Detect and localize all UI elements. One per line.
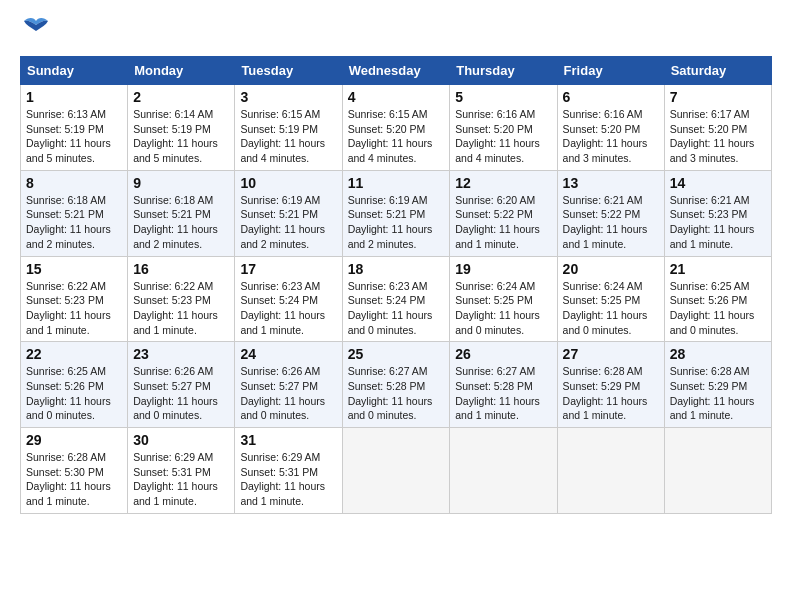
day-number: 3	[240, 89, 336, 105]
day-number: 4	[348, 89, 445, 105]
day-info: Sunrise: 6:24 AMSunset: 5:25 PMDaylight:…	[455, 279, 551, 338]
day-info: Sunrise: 6:21 AMSunset: 5:23 PMDaylight:…	[670, 193, 766, 252]
day-info: Sunrise: 6:13 AMSunset: 5:19 PMDaylight:…	[26, 107, 122, 166]
calendar-cell: 27Sunrise: 6:28 AMSunset: 5:29 PMDayligh…	[557, 342, 664, 428]
day-info: Sunrise: 6:28 AMSunset: 5:29 PMDaylight:…	[563, 364, 659, 423]
day-number: 28	[670, 346, 766, 362]
calendar-cell: 12Sunrise: 6:20 AMSunset: 5:22 PMDayligh…	[450, 170, 557, 256]
calendar-cell: 10Sunrise: 6:19 AMSunset: 5:21 PMDayligh…	[235, 170, 342, 256]
day-info: Sunrise: 6:27 AMSunset: 5:28 PMDaylight:…	[348, 364, 445, 423]
calendar-cell: 3Sunrise: 6:15 AMSunset: 5:19 PMDaylight…	[235, 85, 342, 171]
day-number: 5	[455, 89, 551, 105]
calendar-cell: 9Sunrise: 6:18 AMSunset: 5:21 PMDaylight…	[128, 170, 235, 256]
day-number: 17	[240, 261, 336, 277]
weekday-header-saturday: Saturday	[664, 57, 771, 85]
calendar-cell: 26Sunrise: 6:27 AMSunset: 5:28 PMDayligh…	[450, 342, 557, 428]
day-info: Sunrise: 6:15 AMSunset: 5:20 PMDaylight:…	[348, 107, 445, 166]
calendar-cell: 28Sunrise: 6:28 AMSunset: 5:29 PMDayligh…	[664, 342, 771, 428]
day-number: 24	[240, 346, 336, 362]
calendar-week-row: 1Sunrise: 6:13 AMSunset: 5:19 PMDaylight…	[21, 85, 772, 171]
logo	[20, 20, 50, 46]
calendar-cell: 21Sunrise: 6:25 AMSunset: 5:26 PMDayligh…	[664, 256, 771, 342]
logo-bird-icon	[22, 17, 50, 39]
day-number: 12	[455, 175, 551, 191]
calendar-cell: 5Sunrise: 6:16 AMSunset: 5:20 PMDaylight…	[450, 85, 557, 171]
calendar-cell: 24Sunrise: 6:26 AMSunset: 5:27 PMDayligh…	[235, 342, 342, 428]
calendar-cell: 20Sunrise: 6:24 AMSunset: 5:25 PMDayligh…	[557, 256, 664, 342]
calendar-week-row: 15Sunrise: 6:22 AMSunset: 5:23 PMDayligh…	[21, 256, 772, 342]
day-info: Sunrise: 6:26 AMSunset: 5:27 PMDaylight:…	[133, 364, 229, 423]
calendar-cell: 30Sunrise: 6:29 AMSunset: 5:31 PMDayligh…	[128, 428, 235, 514]
calendar-cell: 14Sunrise: 6:21 AMSunset: 5:23 PMDayligh…	[664, 170, 771, 256]
weekday-header-tuesday: Tuesday	[235, 57, 342, 85]
calendar-cell	[342, 428, 450, 514]
day-number: 16	[133, 261, 229, 277]
day-number: 9	[133, 175, 229, 191]
day-number: 23	[133, 346, 229, 362]
day-info: Sunrise: 6:14 AMSunset: 5:19 PMDaylight:…	[133, 107, 229, 166]
day-number: 15	[26, 261, 122, 277]
day-info: Sunrise: 6:23 AMSunset: 5:24 PMDaylight:…	[240, 279, 336, 338]
day-number: 21	[670, 261, 766, 277]
day-number: 18	[348, 261, 445, 277]
calendar-cell: 18Sunrise: 6:23 AMSunset: 5:24 PMDayligh…	[342, 256, 450, 342]
calendar-cell: 4Sunrise: 6:15 AMSunset: 5:20 PMDaylight…	[342, 85, 450, 171]
calendar-cell	[450, 428, 557, 514]
day-info: Sunrise: 6:25 AMSunset: 5:26 PMDaylight:…	[670, 279, 766, 338]
calendar-header-row: SundayMondayTuesdayWednesdayThursdayFrid…	[21, 57, 772, 85]
day-number: 26	[455, 346, 551, 362]
calendar-week-row: 29Sunrise: 6:28 AMSunset: 5:30 PMDayligh…	[21, 428, 772, 514]
calendar-cell: 15Sunrise: 6:22 AMSunset: 5:23 PMDayligh…	[21, 256, 128, 342]
day-number: 10	[240, 175, 336, 191]
calendar-cell: 1Sunrise: 6:13 AMSunset: 5:19 PMDaylight…	[21, 85, 128, 171]
day-info: Sunrise: 6:16 AMSunset: 5:20 PMDaylight:…	[455, 107, 551, 166]
day-number: 29	[26, 432, 122, 448]
calendar-cell: 7Sunrise: 6:17 AMSunset: 5:20 PMDaylight…	[664, 85, 771, 171]
calendar-cell	[664, 428, 771, 514]
day-info: Sunrise: 6:18 AMSunset: 5:21 PMDaylight:…	[26, 193, 122, 252]
day-number: 31	[240, 432, 336, 448]
day-number: 6	[563, 89, 659, 105]
calendar-cell: 11Sunrise: 6:19 AMSunset: 5:21 PMDayligh…	[342, 170, 450, 256]
day-info: Sunrise: 6:28 AMSunset: 5:30 PMDaylight:…	[26, 450, 122, 509]
day-number: 1	[26, 89, 122, 105]
day-info: Sunrise: 6:25 AMSunset: 5:26 PMDaylight:…	[26, 364, 122, 423]
calendar-cell: 19Sunrise: 6:24 AMSunset: 5:25 PMDayligh…	[450, 256, 557, 342]
day-info: Sunrise: 6:29 AMSunset: 5:31 PMDaylight:…	[240, 450, 336, 509]
day-number: 30	[133, 432, 229, 448]
calendar-cell: 6Sunrise: 6:16 AMSunset: 5:20 PMDaylight…	[557, 85, 664, 171]
day-number: 8	[26, 175, 122, 191]
calendar-table: SundayMondayTuesdayWednesdayThursdayFrid…	[20, 56, 772, 514]
day-info: Sunrise: 6:18 AMSunset: 5:21 PMDaylight:…	[133, 193, 229, 252]
weekday-header-thursday: Thursday	[450, 57, 557, 85]
day-info: Sunrise: 6:15 AMSunset: 5:19 PMDaylight:…	[240, 107, 336, 166]
day-info: Sunrise: 6:22 AMSunset: 5:23 PMDaylight:…	[133, 279, 229, 338]
day-info: Sunrise: 6:26 AMSunset: 5:27 PMDaylight:…	[240, 364, 336, 423]
day-info: Sunrise: 6:29 AMSunset: 5:31 PMDaylight:…	[133, 450, 229, 509]
calendar-cell: 17Sunrise: 6:23 AMSunset: 5:24 PMDayligh…	[235, 256, 342, 342]
day-number: 22	[26, 346, 122, 362]
day-number: 2	[133, 89, 229, 105]
weekday-header-friday: Friday	[557, 57, 664, 85]
calendar-cell: 8Sunrise: 6:18 AMSunset: 5:21 PMDaylight…	[21, 170, 128, 256]
page-header	[20, 20, 772, 46]
day-info: Sunrise: 6:20 AMSunset: 5:22 PMDaylight:…	[455, 193, 551, 252]
calendar-cell: 2Sunrise: 6:14 AMSunset: 5:19 PMDaylight…	[128, 85, 235, 171]
day-info: Sunrise: 6:23 AMSunset: 5:24 PMDaylight:…	[348, 279, 445, 338]
calendar-cell	[557, 428, 664, 514]
calendar-cell: 25Sunrise: 6:27 AMSunset: 5:28 PMDayligh…	[342, 342, 450, 428]
day-info: Sunrise: 6:24 AMSunset: 5:25 PMDaylight:…	[563, 279, 659, 338]
day-number: 19	[455, 261, 551, 277]
day-number: 11	[348, 175, 445, 191]
day-info: Sunrise: 6:19 AMSunset: 5:21 PMDaylight:…	[348, 193, 445, 252]
day-number: 13	[563, 175, 659, 191]
weekday-header-monday: Monday	[128, 57, 235, 85]
calendar-cell: 23Sunrise: 6:26 AMSunset: 5:27 PMDayligh…	[128, 342, 235, 428]
day-info: Sunrise: 6:21 AMSunset: 5:22 PMDaylight:…	[563, 193, 659, 252]
calendar-cell: 13Sunrise: 6:21 AMSunset: 5:22 PMDayligh…	[557, 170, 664, 256]
calendar-cell: 31Sunrise: 6:29 AMSunset: 5:31 PMDayligh…	[235, 428, 342, 514]
day-number: 27	[563, 346, 659, 362]
day-info: Sunrise: 6:17 AMSunset: 5:20 PMDaylight:…	[670, 107, 766, 166]
weekday-header-wednesday: Wednesday	[342, 57, 450, 85]
day-info: Sunrise: 6:27 AMSunset: 5:28 PMDaylight:…	[455, 364, 551, 423]
